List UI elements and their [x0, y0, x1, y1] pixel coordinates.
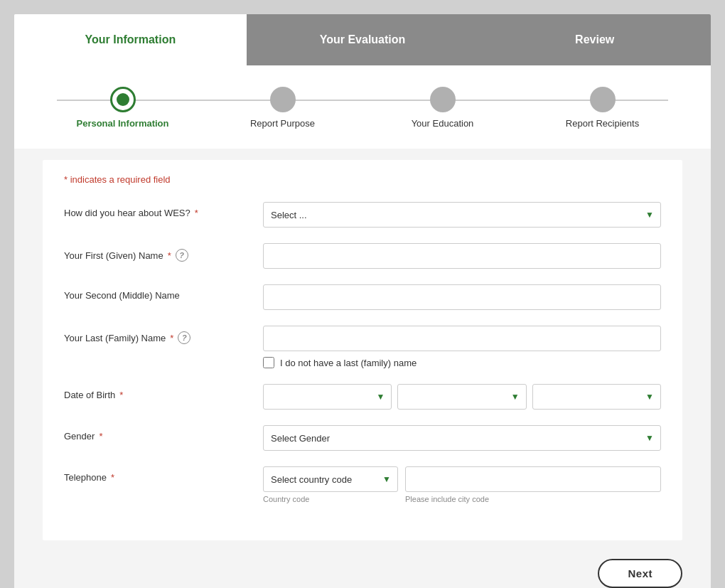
input-phone-number[interactable]: [405, 466, 661, 492]
no-last-name-checkbox[interactable]: [263, 357, 274, 368]
form-row-last-name: Your Last (Family) Name* ? I do not have…: [64, 326, 661, 368]
tab-your-evaluation[interactable]: Your Evaluation: [247, 14, 479, 65]
input-area-gender: Select Gender Male Female Other: [263, 425, 661, 451]
label-telephone: Telephone*: [64, 466, 263, 483]
step-your-education: Your Education: [362, 87, 522, 129]
input-last-name[interactable]: [263, 326, 661, 351]
progress-section: Personal Information Report Purpose Your…: [14, 65, 711, 149]
form-row-hear-about: How did you hear about WES?* Select ...: [64, 202, 661, 228]
dob-month-wrapper: JanuaryFebruaryMarch AprilMayJune JulyAu…: [263, 384, 392, 410]
dob-day-wrapper: [397, 384, 526, 410]
step-circle-4: [590, 87, 616, 112]
dob-year-wrapper: [532, 384, 661, 410]
select-country-code[interactable]: Select country code: [263, 466, 398, 492]
no-last-name-row: I do not have a last (family) name: [263, 357, 661, 368]
dob-row: JanuaryFebruaryMarch AprilMayJune JulyAu…: [263, 384, 661, 410]
main-container: Your Information Your Evaluation Review …: [14, 14, 711, 588]
select-dob-day[interactable]: [397, 384, 526, 410]
footer-section: Next: [14, 552, 711, 588]
input-area-first-name: [263, 243, 661, 269]
step-personal-information: Personal Information: [43, 87, 203, 129]
help-icon-first-name[interactable]: ?: [176, 249, 188, 262]
next-button[interactable]: Next: [598, 559, 682, 588]
tab-your-information[interactable]: Your Information: [14, 14, 247, 65]
form-row-middle-name: Your Second (Middle) Name: [64, 284, 661, 310]
label-dob: Date of Birth*: [64, 384, 263, 400]
label-middle-name: Your Second (Middle) Name: [64, 284, 263, 301]
select-wrapper-country-code: Select country code: [263, 466, 398, 492]
step-report-recipients: Report Recipients: [522, 87, 682, 129]
step-circle-3: [430, 87, 456, 112]
input-area-dob: JanuaryFebruaryMarch AprilMayJune JulyAu…: [263, 384, 661, 410]
input-area-telephone: Select country code Country code Please …: [263, 466, 661, 503]
progress-bar: Personal Information Report Purpose Your…: [43, 87, 682, 129]
label-first-name: Your First (Given) Name* ?: [64, 243, 263, 262]
form-row-first-name: Your First (Given) Name* ?: [64, 243, 661, 269]
required-note: * indicates a required field: [64, 174, 661, 185]
progress-steps: Personal Information Report Purpose Your…: [43, 87, 682, 129]
tab-review[interactable]: Review: [478, 14, 711, 65]
select-gender[interactable]: Select Gender Male Female Other: [263, 425, 661, 451]
step-circle-1: [110, 87, 136, 112]
input-first-name[interactable]: [263, 243, 661, 269]
form-section: * indicates a required field How did you…: [43, 160, 682, 540]
tel-number-wrapper: Please include city code: [405, 466, 661, 503]
label-gender: Gender*: [64, 425, 263, 442]
select-dob-year[interactable]: [532, 384, 661, 410]
input-area-middle-name: [263, 284, 661, 310]
tel-country-wrapper: Select country code Country code: [263, 466, 398, 503]
select-hear-about[interactable]: Select ...: [263, 202, 661, 228]
input-area-hear-about: Select ...: [263, 202, 661, 228]
form-row-dob: Date of Birth* JanuaryFebruaryMarch Apri…: [64, 384, 661, 410]
top-nav: Your Information Your Evaluation Review: [14, 14, 711, 65]
select-wrapper-hear-about: Select ...: [263, 202, 661, 228]
select-dob-month[interactable]: JanuaryFebruaryMarch AprilMayJune JulyAu…: [263, 384, 392, 410]
label-last-name: Your Last (Family) Name* ?: [64, 326, 263, 344]
form-row-gender: Gender* Select Gender Male Female Other: [64, 425, 661, 451]
country-code-hint: Country code: [263, 495, 398, 503]
phone-number-hint: Please include city code: [405, 495, 661, 503]
input-middle-name[interactable]: [263, 284, 661, 310]
tel-row: Select country code Country code Please …: [263, 466, 661, 503]
no-last-name-label[interactable]: I do not have a last (family) name: [280, 358, 417, 368]
step-report-purpose: Report Purpose: [203, 87, 362, 129]
input-area-last-name: I do not have a last (family) name: [263, 326, 661, 368]
help-icon-last-name[interactable]: ?: [178, 331, 190, 344]
label-hear-about: How did you hear about WES?*: [64, 202, 263, 218]
form-row-telephone: Telephone* Select country code Country c…: [64, 466, 661, 503]
select-wrapper-gender: Select Gender Male Female Other: [263, 425, 661, 451]
step-circle-2: [270, 87, 296, 112]
